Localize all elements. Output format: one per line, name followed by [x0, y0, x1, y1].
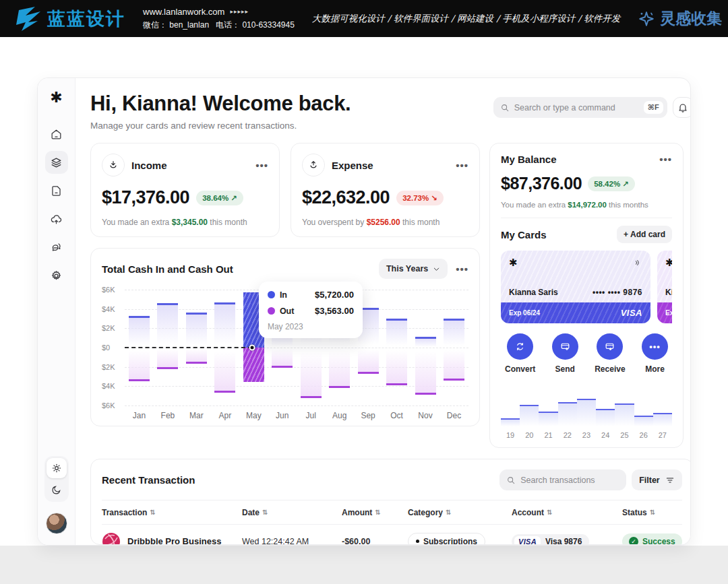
- tooltip-date: May 2023: [268, 322, 354, 331]
- sort-icon: ⇅: [375, 509, 380, 516]
- mini-bar-column: [520, 385, 539, 426]
- sidebar-item-layers[interactable]: [45, 151, 68, 174]
- column-category[interactable]: Category⇅: [408, 508, 512, 517]
- receive-button[interactable]: Receive: [595, 333, 625, 374]
- sidebar-item-home[interactable]: [45, 123, 68, 145]
- sidebar-item-cloud[interactable]: [45, 207, 68, 230]
- cash-out-bar: [129, 348, 150, 381]
- card-holder-name: Kianna Saris: [509, 288, 558, 297]
- cash-out-bar: [386, 348, 407, 385]
- transactions-title: Recent Transaction: [102, 474, 499, 486]
- brand-logo-icon: [15, 6, 42, 32]
- credit-card-1[interactable]: ✱ Kianna Saris •••• •••• 9876 Exp 06/24 …: [501, 251, 650, 323]
- y-tick: $2K: [102, 363, 115, 371]
- income-menu-button[interactable]: •••: [255, 160, 268, 171]
- income-download-icon: [108, 160, 119, 170]
- transactions-search-input[interactable]: Search transactions: [499, 469, 626, 490]
- banner-wechat: 微信： ben_lanlan: [143, 20, 209, 30]
- promo-banner: 蓝蓝设计 www.lanlanwork.com ▸▸▸▸▸ 微信： ben_la…: [0, 0, 728, 37]
- balance-title: My Balance: [501, 154, 659, 165]
- chart-menu-button[interactable]: •••: [456, 263, 468, 275]
- recent-transactions-card: Recent Transaction Search transactions F…: [90, 459, 691, 545]
- mini-bar-column: [577, 385, 596, 426]
- transaction-amount: -$60,00: [342, 537, 408, 546]
- bell-icon: [677, 102, 688, 113]
- mini-x-tick: 20: [520, 431, 539, 439]
- balance-menu-button[interactable]: •••: [659, 154, 672, 165]
- column-amount[interactable]: Amount⇅: [342, 508, 408, 517]
- balance-amount: $87,376.00: [501, 174, 582, 193]
- card-expiry: Exp 06/24: [509, 309, 540, 317]
- add-card-button[interactable]: + Add card: [617, 226, 672, 243]
- mini-x-tick: 21: [539, 431, 557, 439]
- filter-button[interactable]: Filter: [632, 469, 682, 490]
- y-tick: $4K: [102, 305, 115, 313]
- main-content: Hi, Kianna! Welcome back. Manage your ca…: [75, 78, 691, 545]
- income-title: Income: [131, 160, 249, 171]
- notifications-button[interactable]: [673, 97, 691, 118]
- mini-x-tick: 27: [653, 431, 672, 439]
- brand-name: 蓝蓝设计: [47, 7, 125, 31]
- expense-badge: 32.73% ↘: [396, 191, 444, 205]
- expense-upload-icon: [308, 160, 319, 170]
- card-number: •••• •••• 9876: [593, 288, 642, 297]
- send-button[interactable]: Send: [552, 333, 578, 374]
- x-tick: Jul: [301, 411, 322, 420]
- cash-out-bar: [415, 348, 436, 395]
- gear-icon: [50, 269, 63, 282]
- bar-column-oct[interactable]: [386, 290, 407, 405]
- filter-icon: [665, 476, 675, 485]
- convert-button[interactable]: Convert: [505, 333, 535, 374]
- cash-out-bar: [444, 348, 464, 381]
- chart-hover-marker: [249, 345, 255, 351]
- light-mode-button[interactable]: [47, 458, 67, 478]
- x-tick: Oct: [386, 411, 407, 420]
- receive-icon: [604, 341, 615, 352]
- expense-caption-value: $5256.00: [367, 218, 400, 227]
- mini-bar-column: [596, 385, 615, 426]
- dark-mode-button[interactable]: [47, 480, 67, 500]
- x-tick: Dec: [444, 411, 464, 420]
- cards-carousel[interactable]: ✱ Kianna Saris •••• •••• 9876 Exp 06/24 …: [501, 251, 672, 323]
- home-icon: [50, 128, 63, 141]
- column-date[interactable]: Date⇅: [242, 508, 342, 517]
- transaction-date: Wed 12:24:42 AM: [242, 537, 342, 546]
- category-dot: [416, 540, 419, 543]
- brand-logo: 蓝蓝设计: [15, 6, 125, 32]
- mini-x-tick: 25: [615, 431, 634, 439]
- cash-in-bar: [157, 303, 178, 348]
- sidebar-item-documents[interactable]: [45, 179, 68, 202]
- table-header-row: Transaction⇅ Date⇅ Amount⇅ Category⇅ Acc…: [102, 500, 682, 525]
- cash-in-bar: [444, 319, 464, 348]
- mini-x-tick: 19: [501, 431, 520, 439]
- more-button[interactable]: ••• More: [642, 333, 668, 374]
- x-tick: Aug: [329, 411, 350, 420]
- chart-range-select[interactable]: This Years: [379, 259, 448, 279]
- cash-out-bar: [358, 348, 379, 374]
- column-account[interactable]: Account⇅: [512, 508, 622, 517]
- user-avatar[interactable]: [46, 513, 67, 534]
- x-tick: May: [243, 411, 264, 420]
- y-tick: $2K: [102, 324, 115, 332]
- expense-menu-button[interactable]: •••: [456, 160, 468, 171]
- column-transaction[interactable]: Transaction⇅: [102, 508, 242, 517]
- chart-y-axis: $6K$4K$2K$0$2K$4K$6K: [102, 290, 125, 405]
- sidebar-item-messages[interactable]: [45, 236, 68, 259]
- check-icon: ✓: [629, 537, 638, 546]
- x-tick: Nov: [415, 411, 436, 420]
- expense-amount: $22,632.00: [302, 187, 390, 208]
- global-search-input[interactable]: Search or type a command ⌘F: [493, 97, 667, 118]
- bar-column-nov[interactable]: [415, 290, 436, 405]
- search-icon: [500, 103, 510, 112]
- bar-column-dec[interactable]: [444, 290, 464, 405]
- income-card: Income ••• $17,376.00 38.64% ↗ You made …: [90, 143, 280, 237]
- more-icon: •••: [649, 342, 661, 352]
- sidebar-item-settings[interactable]: [45, 264, 68, 287]
- table-row[interactable]: Dribbble Pro Business Wed 12:24:42 AM -$…: [102, 525, 682, 545]
- column-status[interactable]: Status⇅: [622, 508, 682, 517]
- sort-icon: ⇅: [547, 509, 552, 516]
- tooltip-out-value: $3,563.00: [315, 306, 354, 316]
- credit-card-2[interactable]: ✱ Kianna Exp 06/2: [657, 251, 672, 323]
- transaction-name: Dribbble Pro Business: [127, 536, 221, 545]
- cash-in-bar: [386, 319, 407, 348]
